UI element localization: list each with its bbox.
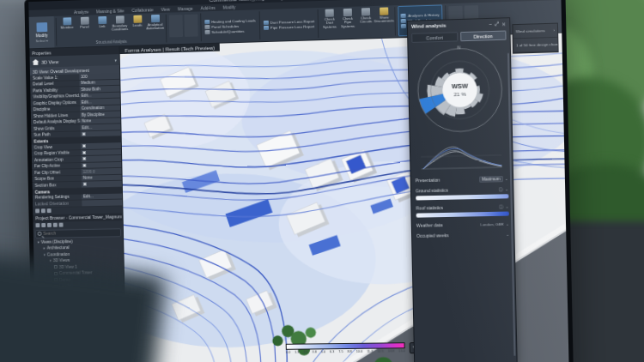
browser-toolbar: [33, 220, 123, 229]
pipe-pressure-loss-button[interactable]: Pipe Pressure Loss Report: [264, 24, 315, 30]
presentation-dropdown[interactable]: Maximum: [479, 176, 503, 183]
link-button[interactable]: Link: [93, 16, 111, 29]
tab-modify[interactable]: Modify: [223, 4, 236, 9]
loads-button[interactable]: Loads: [129, 15, 147, 27]
modify-label: Modify: [35, 32, 47, 37]
info-icon[interactable]: ⓘ: [499, 204, 503, 209]
property-value[interactable]: None: [80, 118, 120, 124]
space-separator-icon[interactable]: [184, 15, 197, 37]
occupied-weeks-row[interactable]: Occupied weeks ⌄: [416, 230, 509, 240]
property-checkbox-cell: [81, 142, 121, 149]
property-value[interactable]: Edit...: [80, 99, 120, 106]
property-value[interactable]: Edit...: [80, 124, 120, 130]
show-disconnects-button[interactable]: Show Disconnects: [374, 7, 393, 24]
expand-icon[interactable]: ⤢: [495, 21, 499, 27]
ribbon-label: Pipe Pressure Loss Report: [270, 24, 314, 30]
weather-data-value: London, GBR: [480, 221, 503, 226]
info-icon[interactable]: ⓘ: [499, 186, 503, 191]
property-label: Visibility/Graphics Overrid...: [30, 94, 79, 99]
property-value: [82, 200, 122, 206]
expand-icon[interactable]: [41, 208, 46, 213]
tab-massing-site[interactable]: Massing & Site: [96, 8, 125, 14]
property-value[interactable]: None: [81, 174, 121, 180]
tab-manage[interactable]: Manage: [178, 6, 193, 12]
ground-statistics-label: Ground statistics: [416, 188, 448, 194]
type-selector-label: 3D View: [41, 57, 112, 64]
tab-collaborate[interactable]: Collaborate: [131, 7, 153, 13]
roof-statistics-bar: [416, 212, 509, 218]
far-clip-active-checkbox[interactable]: [82, 164, 86, 167]
apply-icon[interactable]: [35, 208, 39, 213]
tree-label: Views (Discipline): [41, 239, 73, 244]
search-icon: [38, 232, 42, 236]
property-value[interactable]: Medium: [79, 79, 119, 86]
boundary-conditions-button[interactable]: Boundary Conditions: [111, 15, 129, 32]
spaces-icon[interactable]: [169, 15, 183, 37]
browser-settings-icon[interactable]: [59, 223, 64, 227]
search-input[interactable]: [43, 230, 118, 236]
property-label: Graphic Display Options: [31, 100, 80, 106]
ribbon-label: Check Pipe Systems: [338, 17, 356, 29]
browser-list-icon[interactable]: [47, 223, 52, 227]
property-value[interactable]: Edit...: [82, 193, 122, 199]
property-checkbox-cell: [81, 161, 121, 168]
link-icon: [98, 16, 106, 24]
tree-label: Architectural: [47, 245, 70, 250]
property-value[interactable]: By Discipline: [80, 111, 120, 118]
check-pipe-systems-button[interactable]: Check Pipe Systems: [338, 9, 357, 29]
select-dropdown[interactable]: Select ▾: [35, 38, 48, 42]
property-label: Far Clip Active: [32, 163, 81, 168]
property-label: Locked Orientation: [33, 201, 82, 206]
check-duct-icon: [325, 9, 334, 16]
minimize-icon[interactable]: –: [489, 21, 492, 27]
modify-button[interactable]: Modify Select ▾: [29, 16, 55, 48]
analyses-history-icon: [401, 14, 406, 18]
browser-star-icon[interactable]: [53, 223, 58, 227]
tab-view[interactable]: View: [161, 7, 170, 12]
property-value[interactable]: Coordination: [80, 105, 120, 112]
tree-label: Coordination: [47, 252, 70, 256]
member-button[interactable]: Member: [58, 17, 76, 30]
tab-comfort[interactable]: Comfort: [411, 32, 458, 43]
property-label: Far Clip Offset: [32, 170, 81, 175]
browser-filter-icon[interactable]: [35, 223, 39, 227]
design-changes-row[interactable]: 1 of 50 free design changes ›: [513, 38, 558, 53]
property-value[interactable]: 100: [79, 73, 119, 80]
property-label: Scope Box: [32, 176, 81, 181]
check-duct-systems-button[interactable]: Check Duct Systems: [320, 9, 339, 29]
section-box-checkbox[interactable]: [83, 183, 87, 186]
wind-simulations-row[interactable]: Wind simulations ›: [513, 24, 557, 39]
wind-estimate-icon: [401, 24, 406, 28]
crop-region-checkbox[interactable]: [82, 151, 86, 154]
annotation-crop-checkbox[interactable]: [82, 157, 86, 160]
wind-panel-title: Wind analysis: [411, 23, 447, 29]
property-value[interactable]: Edit...: [79, 92, 119, 99]
pin-icon[interactable]: [47, 208, 52, 213]
close-icon[interactable]: ✕: [501, 21, 506, 27]
roof-statistics-row[interactable]: Roof statistics ⓘ ⌄: [416, 202, 508, 212]
tab-direction[interactable]: Direction: [460, 31, 507, 42]
property-label: Parts Visibility: [30, 87, 79, 94]
check-circuits-button[interactable]: Check Circuits: [356, 8, 375, 25]
browser-sort-icon[interactable]: [41, 223, 46, 227]
sun-path-checkbox[interactable]: [82, 132, 85, 136]
property-checkbox-cell: [81, 155, 121, 162]
property-value[interactable]: Show Both: [79, 86, 119, 93]
schedule-quantities-button[interactable]: Schedule/Quantities: [205, 28, 256, 34]
ribbon-label: Show Disconnects: [374, 15, 394, 24]
ribbon-label: Analytical Automation: [146, 23, 164, 31]
tab-analyze[interactable]: Analyze: [74, 9, 88, 15]
crop-view-checkbox[interactable]: [82, 144, 86, 148]
chevron-down-icon: ⌄: [506, 221, 509, 226]
wind-rose-chart[interactable]: WSW 21 % N: [414, 44, 507, 136]
ribbon-label: Loads: [132, 24, 142, 28]
ground-statistics-bar: [416, 194, 508, 200]
ribbon-label: Check Circuits: [356, 16, 374, 25]
chevron-down-icon: ⌄: [506, 232, 509, 237]
property-label: Annotation Crop: [32, 157, 81, 162]
rose-north-label: N: [458, 45, 461, 50]
analytical-automation-button[interactable]: Analytical Automation: [146, 15, 164, 31]
panel-button[interactable]: Panel: [76, 16, 94, 29]
tab-addins[interactable]: Add-Ins: [201, 5, 216, 11]
browser-search[interactable]: [35, 228, 122, 238]
